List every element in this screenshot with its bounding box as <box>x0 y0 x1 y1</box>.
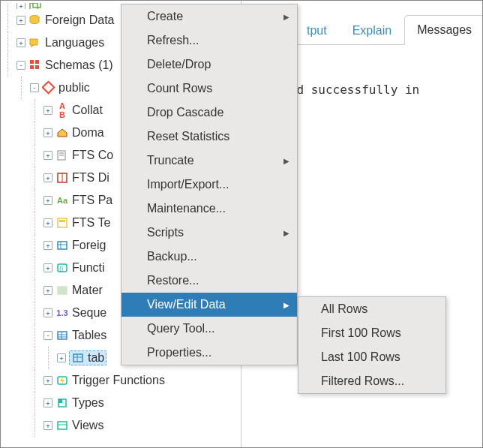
schema-icon <box>42 81 56 95</box>
tree-label: Seque <box>72 306 106 320</box>
svg-rect-0 <box>30 3 38 9</box>
tab-messages[interactable]: Messages <box>404 15 483 45</box>
table-icon <box>71 351 85 365</box>
submenu-last-100[interactable]: Last 100 Rows <box>298 345 446 369</box>
menu-drop-cascade[interactable]: Drop Cascade <box>122 101 297 125</box>
tree-label: Types <box>72 396 104 410</box>
svg-rect-20 <box>58 287 67 294</box>
tree-label: Doma <box>72 126 104 140</box>
svg-rect-13 <box>58 218 67 227</box>
collapse-icon[interactable]: - <box>30 83 39 92</box>
expand-icon[interactable]: + <box>44 128 52 137</box>
expand-icon[interactable]: + <box>16 16 26 25</box>
tree-label: tab <box>88 351 104 365</box>
expand-icon[interactable]: + <box>44 421 52 430</box>
menu-truncate[interactable]: Truncate <box>122 149 297 173</box>
table-context-menu: Create Refresh... Delete/Drop Count Rows… <box>121 4 298 365</box>
menu-restore[interactable]: Restore... <box>122 269 297 293</box>
expand-icon[interactable]: + <box>44 218 52 227</box>
svg-rect-4 <box>35 60 39 64</box>
expand-icon[interactable]: + <box>44 106 52 115</box>
tree-label: Tables <box>72 329 106 342</box>
tree-label: Functi <box>72 261 105 275</box>
svg-rect-3 <box>30 60 34 64</box>
tab-label: Messages <box>417 23 472 36</box>
expand-icon[interactable]: + <box>44 263 52 272</box>
menu-properties[interactable]: Properties... <box>122 341 297 365</box>
svg-rect-31 <box>58 422 67 429</box>
expand-icon[interactable]: + <box>44 308 52 317</box>
collapse-icon[interactable]: - <box>16 61 26 70</box>
menu-scripts[interactable]: Scripts <box>122 221 297 245</box>
tree-label: Trigger Functions <box>72 374 165 387</box>
sequences-icon: 1.3 <box>56 306 69 320</box>
svg-rect-14 <box>59 220 65 222</box>
tree-label: Collat <box>72 104 103 117</box>
domains-icon <box>56 126 69 140</box>
expand-icon[interactable]: + <box>44 398 52 407</box>
view-edit-submenu: All Rows First 100 Rows Last 100 Rows Fi… <box>298 296 446 394</box>
expand-icon[interactable]: + <box>16 3 26 9</box>
tab-output[interactable]: tput <box>294 16 340 45</box>
tree-label: FTS Pa <box>72 194 112 207</box>
menu-query-tool[interactable]: Query Tool... <box>122 317 297 341</box>
expand-icon[interactable]: + <box>16 38 26 47</box>
tab-label: Explain <box>352 24 392 37</box>
tree-label: Views <box>72 419 104 432</box>
tables-icon <box>56 329 69 342</box>
submenu-filtered-rows[interactable]: Filtered Rows... <box>298 369 446 393</box>
svg-rect-6 <box>35 65 39 69</box>
svg-rect-1 <box>33 3 40 8</box>
tree-label: Foreig <box>72 239 106 252</box>
tree-label: Languages <box>45 36 104 50</box>
fts-config-icon <box>56 149 69 162</box>
tree-label: Schemas (1) <box>45 59 113 72</box>
expand-icon[interactable]: + <box>44 241 52 250</box>
menu-view-edit-data[interactable]: View/Edit Data <box>122 293 297 317</box>
tree-node-types[interactable]: + Types <box>3 392 241 414</box>
menu-create[interactable]: Create <box>122 5 297 29</box>
submenu-all-rows[interactable]: All Rows <box>298 297 446 321</box>
fts-parser-icon: Aa <box>56 194 69 207</box>
collapse-icon[interactable]: - <box>44 331 52 340</box>
tree-label: FTS Co <box>72 149 113 162</box>
menu-reset-statistics[interactable]: Reset Statistics <box>122 125 297 149</box>
tab-label: tput <box>307 24 327 37</box>
tree-node-trigger-functions[interactable]: + Trigger Functions <box>3 369 241 392</box>
expand-icon[interactable]: + <box>44 173 52 182</box>
expand-icon[interactable]: + <box>57 353 66 362</box>
types-icon <box>56 396 69 410</box>
tree-label: FTS Te <box>72 216 110 230</box>
foreign-data-icon <box>28 14 42 27</box>
menu-delete-drop[interactable]: Delete/Drop <box>122 53 297 77</box>
tree-label: FTS Di <box>72 171 110 185</box>
menu-refresh[interactable]: Refresh... <box>122 29 297 53</box>
trigger-functions-icon <box>56 374 69 387</box>
expand-icon[interactable]: + <box>44 196 52 205</box>
foreign-tables-icon <box>56 239 69 252</box>
tree-node-views[interactable]: + Views <box>3 414 241 437</box>
collations-icon: AB <box>56 104 69 117</box>
fts-template-icon <box>56 216 69 230</box>
menu-maintenance[interactable]: Maintenance... <box>122 197 297 221</box>
menu-backup[interactable]: Backup... <box>122 245 297 269</box>
tree-label: Mater <box>72 284 103 297</box>
svg-rect-25 <box>74 354 82 362</box>
svg-text:{}: {} <box>59 265 64 272</box>
expand-icon[interactable]: + <box>44 286 52 295</box>
fts-dict-icon <box>56 171 69 185</box>
svg-rect-15 <box>58 242 67 249</box>
expand-icon[interactable]: + <box>44 151 52 160</box>
svg-rect-21 <box>58 332 67 339</box>
schemas-icon <box>28 59 42 72</box>
menu-import-export[interactable]: Import/Export... <box>122 173 297 197</box>
submenu-first-100[interactable]: First 100 Rows <box>298 321 446 345</box>
views-icon <box>56 419 69 432</box>
menu-count-rows[interactable]: Count Rows <box>122 77 297 101</box>
extensions-icon <box>28 3 42 9</box>
tree-label: public <box>58 81 90 95</box>
expand-icon[interactable]: + <box>44 376 52 385</box>
tab-explain[interactable]: Explain <box>340 16 404 45</box>
functions-icon: {} <box>56 261 69 275</box>
mat-views-icon <box>56 284 69 297</box>
